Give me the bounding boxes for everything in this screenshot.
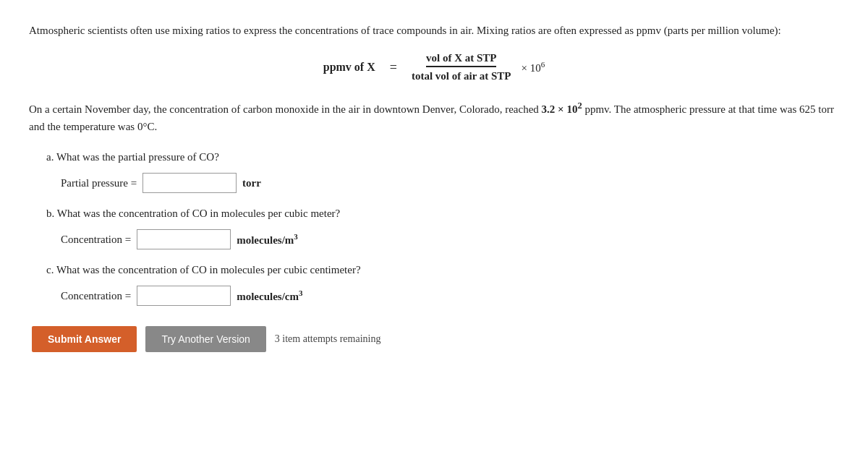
part-c-question: c. What was the concentration of CO in m… xyxy=(46,261,839,278)
problem-value: 3.2 × 102 xyxy=(542,103,582,115)
problem-paragraph: On a certain November day, the concentra… xyxy=(29,98,839,135)
formula-equals: = xyxy=(390,60,397,75)
part-b-unit: molecules/m3 xyxy=(237,232,298,247)
submit-button[interactable]: Submit Answer xyxy=(32,326,137,352)
part-b-label: Concentration = xyxy=(61,234,131,246)
formula-numerator: vol of X at STP xyxy=(426,52,497,67)
formula-block: ppmv of X = vol of X at STP total vol of… xyxy=(29,52,839,82)
attempts-remaining: 3 item attempts remaining xyxy=(275,333,381,345)
part-c-answer-row: Concentration = molecules/cm3 xyxy=(61,286,839,306)
formula-fraction: vol of X at STP total vol of air at STP xyxy=(412,52,511,82)
part-b-input[interactable] xyxy=(137,229,231,249)
formula-lhs: ppmv of X xyxy=(323,61,375,74)
part-c-label: Concentration = xyxy=(61,290,131,302)
part-c: c. What was the concentration of CO in m… xyxy=(46,261,839,306)
part-a-label: Partial pressure = xyxy=(61,177,137,189)
part-a: a. What was the partial pressure of CO? … xyxy=(46,148,839,193)
try-another-button[interactable]: Try Another Version xyxy=(145,326,265,352)
formula-multiplier: × 106 xyxy=(522,60,545,74)
part-a-question: a. What was the partial pressure of CO? xyxy=(46,148,839,166)
part-a-unit: torr xyxy=(242,177,261,189)
part-a-answer-row: Partial pressure = torr xyxy=(61,173,839,193)
part-c-unit: molecules/cm3 xyxy=(237,289,302,303)
buttons-row: Submit Answer Try Another Version 3 item… xyxy=(32,326,839,352)
part-c-input[interactable] xyxy=(137,286,231,306)
problem-text-before: On a certain November day, the concentra… xyxy=(29,103,542,115)
part-a-input[interactable] xyxy=(142,173,237,193)
part-b: b. What was the concentration of CO in m… xyxy=(46,205,839,249)
part-b-question: b. What was the concentration of CO in m… xyxy=(46,205,839,222)
intro-paragraph: Atmospheric scientists often use mixing … xyxy=(29,22,839,39)
part-b-answer-row: Concentration = molecules/m3 xyxy=(61,229,839,249)
formula-denominator: total vol of air at STP xyxy=(412,69,511,82)
